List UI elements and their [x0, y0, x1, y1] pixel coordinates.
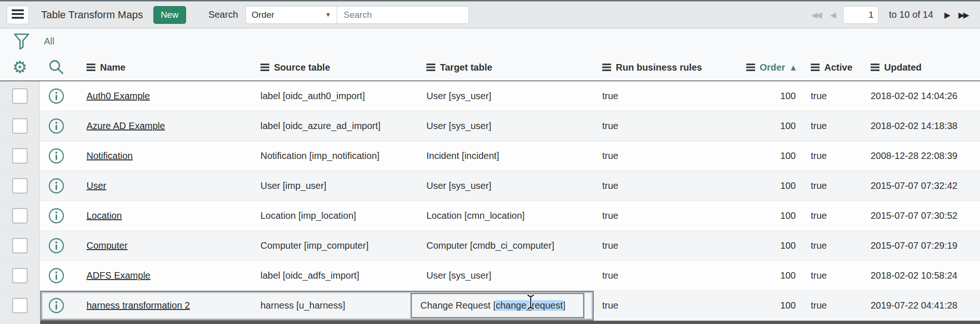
row-checkbox[interactable] [12, 118, 28, 134]
row-checkbox[interactable] [12, 298, 28, 313]
row-select-cell [0, 261, 40, 290]
first-page-button[interactable]: ◀◀ [810, 9, 821, 21]
cell-source-table[interactable]: User [imp_user] [259, 171, 421, 201]
cell-target-table[interactable]: User [sys_user] [421, 171, 598, 201]
row-name-link[interactable]: harness transformation 2 [86, 300, 190, 311]
info-icon[interactable] [48, 88, 65, 104]
cell-updated[interactable]: 2008-12-28 22:08:39 [865, 141, 980, 171]
cell-run-business-rules[interactable]: true [598, 141, 739, 171]
cell-target-table[interactable]: User [sys_user] [421, 261, 598, 290]
list-context-menu-button[interactable] [7, 6, 29, 24]
breadcrumb-all-link[interactable]: All [44, 36, 54, 47]
page-input[interactable] [843, 6, 879, 24]
cell-order[interactable]: 100 [739, 201, 804, 230]
column-header-active[interactable]: Active [811, 62, 852, 73]
cell-updated[interactable]: 2018-02-02 14:18:38 [865, 111, 980, 141]
cell-source-table[interactable]: label [oidc_adfs_import] [259, 261, 421, 290]
column-header-updated[interactable]: Updated [871, 62, 922, 73]
column-header-name[interactable]: Name [86, 62, 125, 73]
cell-run-business-rules[interactable]: true [598, 261, 739, 290]
search-label: Search [209, 9, 238, 20]
row-select-cell [0, 171, 40, 201]
search-field-select[interactable]: Order ▼ [245, 6, 337, 24]
row-name-link[interactable]: Auth0 Example [86, 91, 150, 101]
row-checkbox[interactable] [12, 148, 28, 164]
cell-active[interactable]: true [804, 231, 865, 260]
cell-order[interactable]: 100 [739, 291, 804, 320]
cell-target-table[interactable]: User [sys_user] [421, 81, 598, 111]
cell-updated[interactable]: 2019-07-22 04:41:28 [865, 291, 980, 320]
cell-target-table[interactable]: Location [cmn_location] [421, 201, 598, 230]
new-button[interactable]: New [153, 6, 186, 24]
row-name-link[interactable]: ADFS Example [86, 270, 151, 281]
cell-target-table[interactable]: Computer [cmdb_ci_computer] [421, 231, 598, 260]
cell-source-table[interactable]: harness [u_harness] [259, 291, 421, 320]
last-page-button[interactable]: ▶▶ [958, 9, 969, 21]
cell-order[interactable]: 100 [739, 231, 804, 260]
prev-page-button[interactable]: ◀ [829, 9, 836, 21]
column-menu-icon [602, 64, 611, 71]
row-name-link[interactable]: User [86, 180, 106, 191]
cell-active[interactable]: true [804, 81, 865, 111]
cell-target-table[interactable]: Change Request [change_request] [421, 291, 598, 320]
next-page-button[interactable]: ▶ [944, 9, 950, 21]
cell-source-table[interactable]: label [oidc_azure_ad_import] [259, 111, 421, 141]
column-header-order[interactable]: Order ▲ [746, 62, 796, 73]
info-icon[interactable] [48, 238, 65, 254]
cell-active[interactable]: true [804, 201, 865, 230]
info-icon[interactable] [48, 118, 65, 134]
cell-updated[interactable]: 2018-02-02 14:04:26 [865, 81, 980, 111]
row-name-link[interactable]: Location [86, 210, 122, 221]
cell-order[interactable]: 100 [739, 81, 804, 111]
inline-edit-box[interactable]: Change Request [change_request] [411, 293, 584, 318]
cell-source-table[interactable]: Notification [imp_notification] [259, 141, 421, 171]
row-info-cell [40, 111, 86, 141]
cell-active[interactable]: true [804, 141, 865, 171]
cell-run-business-rules[interactable]: true [598, 81, 739, 111]
cell-source-table[interactable]: Location [imp_location] [259, 201, 421, 230]
cell-updated[interactable]: 2015-07-07 07:29:19 [865, 231, 980, 260]
info-icon[interactable] [48, 297, 65, 314]
cell-active[interactable]: true [804, 171, 865, 201]
list-search-icon[interactable] [48, 59, 65, 76]
cell-order[interactable]: 100 [739, 171, 804, 201]
info-icon[interactable] [48, 178, 65, 194]
row-checkbox[interactable] [12, 268, 28, 283]
cell-updated[interactable]: 2018-02-02 10:58:24 [865, 261, 980, 290]
cell-active[interactable]: true [804, 111, 865, 141]
row-checkbox[interactable] [12, 88, 28, 104]
cell-target-table[interactable]: Incident [incident] [421, 141, 598, 171]
cell-run-business-rules[interactable]: true [598, 111, 739, 141]
cell-order[interactable]: 100 [739, 111, 804, 141]
cell-run-business-rules[interactable]: true [598, 171, 739, 201]
info-icon[interactable] [48, 267, 65, 284]
row-checkbox[interactable] [12, 238, 28, 253]
info-icon[interactable] [48, 148, 65, 164]
column-header-target-table[interactable]: Target table [426, 62, 492, 73]
cell-updated[interactable]: 2015-07-07 07:32:42 [865, 171, 980, 201]
cell-order[interactable]: 100 [739, 261, 804, 290]
info-icon[interactable] [48, 208, 65, 224]
row-checkbox[interactable] [12, 178, 28, 194]
cell-order[interactable]: 100 [739, 141, 804, 171]
row-name-link[interactable]: Notification [86, 151, 133, 161]
filter-funnel-icon[interactable] [13, 33, 30, 50]
cell-active[interactable]: true [804, 291, 865, 320]
cell-active[interactable]: true [804, 261, 865, 290]
cell-updated[interactable]: 2015-07-07 07:30:52 [865, 201, 980, 230]
cell-source-table[interactable]: Computer [imp_computer] [259, 231, 421, 260]
cell-target-table[interactable]: User [sys_user] [421, 111, 598, 141]
cell-source-table[interactable]: label [oidc_auth0_import] [259, 81, 421, 111]
row-checkbox[interactable] [12, 208, 28, 223]
table-row: Computer Computer [imp_computer] Compute… [0, 231, 980, 261]
row-name-link[interactable]: Computer [86, 240, 128, 251]
column-header-source-table[interactable]: Source table [260, 62, 330, 73]
row-select-cell [0, 201, 40, 230]
cell-run-business-rules[interactable]: true [598, 231, 739, 260]
search-input[interactable] [337, 6, 469, 24]
cell-run-business-rules[interactable]: true [598, 291, 739, 320]
column-header-run-business-rules[interactable]: Run business rules [602, 62, 702, 73]
gear-icon[interactable]: ⚙ [12, 59, 27, 76]
row-name-link[interactable]: Azure AD Example [86, 121, 165, 131]
cell-run-business-rules[interactable]: true [598, 201, 739, 230]
